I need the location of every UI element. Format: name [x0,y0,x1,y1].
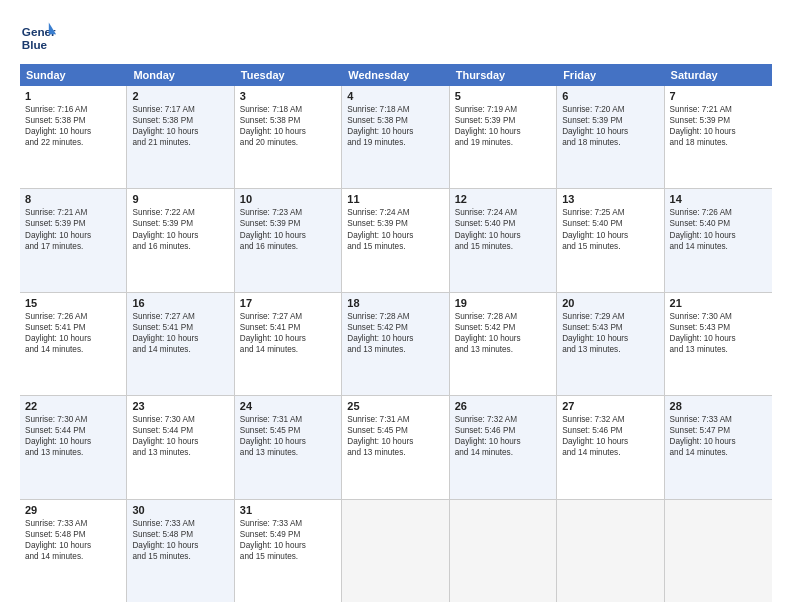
calendar-day-4: 4Sunrise: 7:18 AM Sunset: 5:38 PM Daylig… [342,86,449,188]
day-number: 31 [240,504,336,516]
day-number: 9 [132,193,228,205]
calendar-header: SundayMondayTuesdayWednesdayThursdayFrid… [20,64,772,86]
calendar-day-29: 29Sunrise: 7:33 AM Sunset: 5:48 PM Dayli… [20,500,127,602]
calendar-day-2: 2Sunrise: 7:17 AM Sunset: 5:38 PM Daylig… [127,86,234,188]
day-info: Sunrise: 7:26 AM Sunset: 5:40 PM Dayligh… [670,207,767,251]
day-info: Sunrise: 7:28 AM Sunset: 5:42 PM Dayligh… [347,311,443,355]
day-number: 1 [25,90,121,102]
day-number: 17 [240,297,336,309]
calendar-day-7: 7Sunrise: 7:21 AM Sunset: 5:39 PM Daylig… [665,86,772,188]
page: General Blue SundayMondayTuesdayWednesda… [0,0,792,612]
calendar-day-9: 9Sunrise: 7:22 AM Sunset: 5:39 PM Daylig… [127,189,234,291]
day-number: 8 [25,193,121,205]
day-number: 10 [240,193,336,205]
day-info: Sunrise: 7:24 AM Sunset: 5:39 PM Dayligh… [347,207,443,251]
day-info: Sunrise: 7:33 AM Sunset: 5:47 PM Dayligh… [670,414,767,458]
day-info: Sunrise: 7:16 AM Sunset: 5:38 PM Dayligh… [25,104,121,148]
day-info: Sunrise: 7:23 AM Sunset: 5:39 PM Dayligh… [240,207,336,251]
day-info: Sunrise: 7:33 AM Sunset: 5:48 PM Dayligh… [25,518,121,562]
calendar-day-13: 13Sunrise: 7:25 AM Sunset: 5:40 PM Dayli… [557,189,664,291]
day-info: Sunrise: 7:20 AM Sunset: 5:39 PM Dayligh… [562,104,658,148]
calendar-week-5: 29Sunrise: 7:33 AM Sunset: 5:48 PM Dayli… [20,500,772,602]
day-number: 16 [132,297,228,309]
day-number: 12 [455,193,551,205]
day-info: Sunrise: 7:30 AM Sunset: 5:44 PM Dayligh… [132,414,228,458]
calendar-day-12: 12Sunrise: 7:24 AM Sunset: 5:40 PM Dayli… [450,189,557,291]
calendar-day-10: 10Sunrise: 7:23 AM Sunset: 5:39 PM Dayli… [235,189,342,291]
day-info: Sunrise: 7:18 AM Sunset: 5:38 PM Dayligh… [240,104,336,148]
day-number: 4 [347,90,443,102]
calendar-empty-cell [557,500,664,602]
calendar-day-5: 5Sunrise: 7:19 AM Sunset: 5:39 PM Daylig… [450,86,557,188]
calendar-day-18: 18Sunrise: 7:28 AM Sunset: 5:42 PM Dayli… [342,293,449,395]
day-header-saturday: Saturday [665,64,772,86]
day-info: Sunrise: 7:27 AM Sunset: 5:41 PM Dayligh… [240,311,336,355]
day-number: 2 [132,90,228,102]
calendar-day-26: 26Sunrise: 7:32 AM Sunset: 5:46 PM Dayli… [450,396,557,498]
day-header-wednesday: Wednesday [342,64,449,86]
calendar-body: 1Sunrise: 7:16 AM Sunset: 5:38 PM Daylig… [20,86,772,602]
day-number: 14 [670,193,767,205]
calendar-day-11: 11Sunrise: 7:24 AM Sunset: 5:39 PM Dayli… [342,189,449,291]
day-info: Sunrise: 7:21 AM Sunset: 5:39 PM Dayligh… [670,104,767,148]
day-info: Sunrise: 7:27 AM Sunset: 5:41 PM Dayligh… [132,311,228,355]
logo-icon: General Blue [20,18,56,54]
calendar-day-30: 30Sunrise: 7:33 AM Sunset: 5:48 PM Dayli… [127,500,234,602]
day-info: Sunrise: 7:31 AM Sunset: 5:45 PM Dayligh… [240,414,336,458]
day-number: 23 [132,400,228,412]
logo: General Blue [20,18,56,54]
calendar: SundayMondayTuesdayWednesdayThursdayFrid… [20,64,772,602]
day-number: 27 [562,400,658,412]
calendar-day-19: 19Sunrise: 7:28 AM Sunset: 5:42 PM Dayli… [450,293,557,395]
day-info: Sunrise: 7:26 AM Sunset: 5:41 PM Dayligh… [25,311,121,355]
day-info: Sunrise: 7:17 AM Sunset: 5:38 PM Dayligh… [132,104,228,148]
day-info: Sunrise: 7:19 AM Sunset: 5:39 PM Dayligh… [455,104,551,148]
day-number: 5 [455,90,551,102]
day-info: Sunrise: 7:24 AM Sunset: 5:40 PM Dayligh… [455,207,551,251]
day-header-monday: Monday [127,64,234,86]
calendar-day-31: 31Sunrise: 7:33 AM Sunset: 5:49 PM Dayli… [235,500,342,602]
calendar-day-15: 15Sunrise: 7:26 AM Sunset: 5:41 PM Dayli… [20,293,127,395]
header: General Blue [20,18,772,54]
day-number: 7 [670,90,767,102]
day-number: 29 [25,504,121,516]
day-number: 22 [25,400,121,412]
calendar-day-16: 16Sunrise: 7:27 AM Sunset: 5:41 PM Dayli… [127,293,234,395]
day-number: 15 [25,297,121,309]
calendar-day-22: 22Sunrise: 7:30 AM Sunset: 5:44 PM Dayli… [20,396,127,498]
calendar-day-17: 17Sunrise: 7:27 AM Sunset: 5:41 PM Dayli… [235,293,342,395]
calendar-day-6: 6Sunrise: 7:20 AM Sunset: 5:39 PM Daylig… [557,86,664,188]
calendar-empty-cell [342,500,449,602]
day-number: 20 [562,297,658,309]
svg-text:Blue: Blue [22,38,48,51]
day-number: 21 [670,297,767,309]
day-number: 30 [132,504,228,516]
calendar-empty-cell [665,500,772,602]
day-info: Sunrise: 7:18 AM Sunset: 5:38 PM Dayligh… [347,104,443,148]
calendar-day-25: 25Sunrise: 7:31 AM Sunset: 5:45 PM Dayli… [342,396,449,498]
day-info: Sunrise: 7:25 AM Sunset: 5:40 PM Dayligh… [562,207,658,251]
calendar-day-23: 23Sunrise: 7:30 AM Sunset: 5:44 PM Dayli… [127,396,234,498]
day-number: 18 [347,297,443,309]
calendar-week-1: 1Sunrise: 7:16 AM Sunset: 5:38 PM Daylig… [20,86,772,189]
day-number: 28 [670,400,767,412]
calendar-week-4: 22Sunrise: 7:30 AM Sunset: 5:44 PM Dayli… [20,396,772,499]
day-header-thursday: Thursday [450,64,557,86]
day-number: 3 [240,90,336,102]
day-header-tuesday: Tuesday [235,64,342,86]
day-number: 6 [562,90,658,102]
calendar-day-21: 21Sunrise: 7:30 AM Sunset: 5:43 PM Dayli… [665,293,772,395]
day-info: Sunrise: 7:33 AM Sunset: 5:49 PM Dayligh… [240,518,336,562]
calendar-week-2: 8Sunrise: 7:21 AM Sunset: 5:39 PM Daylig… [20,189,772,292]
day-number: 19 [455,297,551,309]
calendar-day-14: 14Sunrise: 7:26 AM Sunset: 5:40 PM Dayli… [665,189,772,291]
calendar-day-3: 3Sunrise: 7:18 AM Sunset: 5:38 PM Daylig… [235,86,342,188]
calendar-day-28: 28Sunrise: 7:33 AM Sunset: 5:47 PM Dayli… [665,396,772,498]
day-number: 24 [240,400,336,412]
day-info: Sunrise: 7:30 AM Sunset: 5:44 PM Dayligh… [25,414,121,458]
day-info: Sunrise: 7:21 AM Sunset: 5:39 PM Dayligh… [25,207,121,251]
day-info: Sunrise: 7:30 AM Sunset: 5:43 PM Dayligh… [670,311,767,355]
calendar-day-20: 20Sunrise: 7:29 AM Sunset: 5:43 PM Dayli… [557,293,664,395]
day-info: Sunrise: 7:33 AM Sunset: 5:48 PM Dayligh… [132,518,228,562]
calendar-day-27: 27Sunrise: 7:32 AM Sunset: 5:46 PM Dayli… [557,396,664,498]
